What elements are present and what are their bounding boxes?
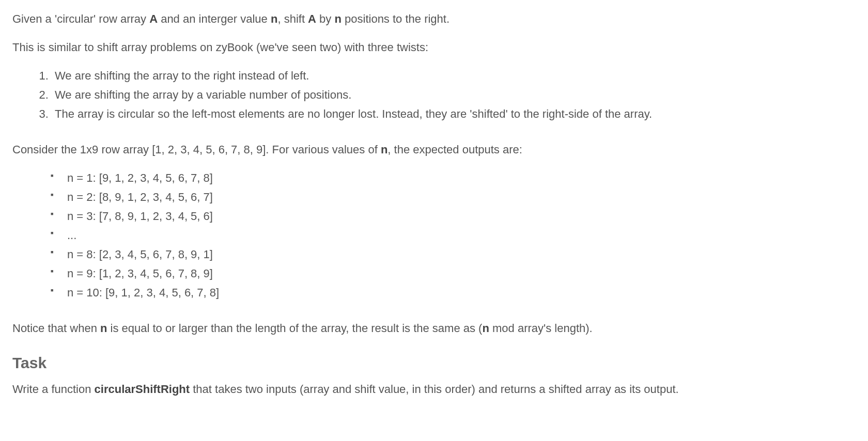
text: positions to the right. <box>342 12 450 25</box>
text: Write a function <box>12 383 95 396</box>
bold-n: n <box>482 322 489 335</box>
example-item: n = 9: [1, 2, 3, 4, 5, 6, 7, 8, 9] <box>51 265 856 282</box>
example-item: ... <box>51 227 856 244</box>
twist-item: We are shifting the array by a variable … <box>52 86 856 103</box>
bold-A: A <box>149 12 158 25</box>
bold-n: n <box>381 143 388 156</box>
text: , the expected outputs are: <box>388 143 522 156</box>
example-item: n = 3: [7, 8, 9, 1, 2, 3, 4, 5, 6] <box>51 208 856 225</box>
text: mod array's length). <box>489 322 593 335</box>
notice-paragraph: Notice that when n is equal to or larger… <box>12 320 856 337</box>
text: and an interger value <box>158 12 271 25</box>
text: by <box>316 12 334 25</box>
example-item: n = 1: [9, 1, 2, 3, 4, 5, 6, 7, 8] <box>51 169 856 186</box>
bold-A: A <box>308 12 316 25</box>
intro-paragraph-1: Given a 'circular' row array A and an in… <box>12 10 856 27</box>
intro-paragraph-2: This is similar to shift array problems … <box>12 39 856 56</box>
bold-function-name: circularShiftRight <box>95 383 190 396</box>
example-item: n = 8: [2, 3, 4, 5, 6, 7, 8, 9, 1] <box>51 246 856 263</box>
twist-item: The array is circular so the left-most e… <box>52 105 856 122</box>
text: is equal to or larger than the length of… <box>107 322 482 335</box>
twists-list: We are shifting the array to the right i… <box>52 67 856 122</box>
task-heading: Task <box>12 351 856 374</box>
text: Notice that when <box>12 322 100 335</box>
examples-list: n = 1: [9, 1, 2, 3, 4, 5, 6, 7, 8] n = 2… <box>51 169 856 301</box>
text: Consider the 1x9 row array [1, 2, 3, 4, … <box>12 143 381 156</box>
bold-n: n <box>100 322 107 335</box>
example-item: n = 10: [9, 1, 2, 3, 4, 5, 6, 7, 8] <box>51 284 856 301</box>
text: that takes two inputs (array and shift v… <box>190 383 678 396</box>
text: Given a 'circular' row array <box>12 12 149 25</box>
task-body: Write a function circularShiftRight that… <box>12 381 856 398</box>
bold-n: n <box>271 12 277 25</box>
bold-n: n <box>334 12 341 25</box>
twist-item: We are shifting the array to the right i… <box>52 67 856 84</box>
consider-paragraph: Consider the 1x9 row array [1, 2, 3, 4, … <box>12 141 856 158</box>
example-item: n = 2: [8, 9, 1, 2, 3, 4, 5, 6, 7] <box>51 188 856 206</box>
text: , shift <box>277 12 308 25</box>
